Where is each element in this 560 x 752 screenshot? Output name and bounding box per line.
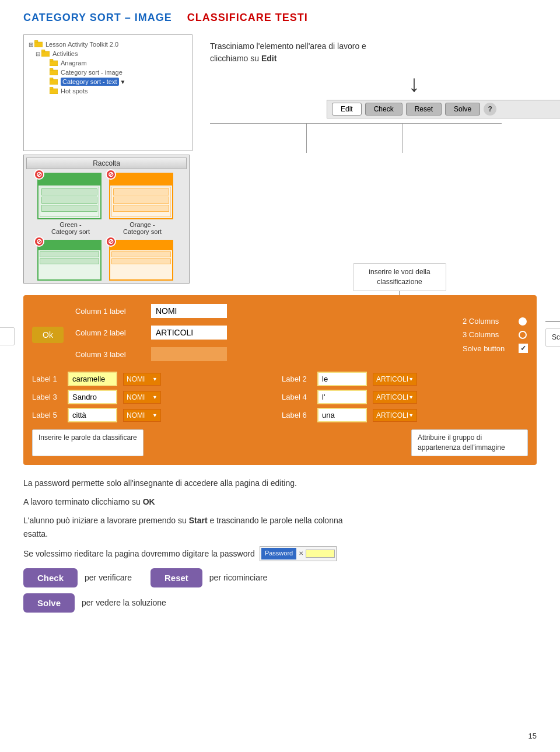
right-description: Trasciniamo l'elemento nell'area di lavo… xyxy=(210,34,560,284)
down-arrow-icon: ↓ xyxy=(408,71,420,97)
reset-button-toolbar[interactable]: Reset xyxy=(406,103,442,116)
label5-dropdown[interactable]: NOMI ▼ xyxy=(123,409,161,422)
green-thumb-header xyxy=(38,174,100,186)
orange-category-item[interactable]: ⊘ Orange -Category sort xyxy=(109,173,176,235)
left-panel: ⊞ Lesson Activity Toolkit 2.0 ⊟ Activiti… xyxy=(23,34,192,284)
orange-thumb: ⊘ xyxy=(109,173,173,219)
edit-button[interactable]: Edit xyxy=(332,103,362,116)
solve-button-bottom[interactable]: Solve xyxy=(23,593,75,613)
label3-dropdown[interactable]: NOMI ▼ xyxy=(123,391,161,404)
raccolta-panel: Raccolta ⊘ Green -Category sort xyxy=(23,155,190,284)
col1-row: Column 1 label xyxy=(75,304,451,318)
label3-row: Label 3 NOMI ▼ xyxy=(32,390,278,404)
svg-rect-6 xyxy=(50,70,58,75)
col3-row: Column 3 label xyxy=(75,347,451,361)
folder-icon-cat-image xyxy=(50,68,58,75)
scegliere-line xyxy=(545,321,560,321)
columns-radio: 2 Columns 3 Columns Solve button ✓ xyxy=(463,317,528,353)
green-thumb-small[interactable]: ⊘ xyxy=(37,240,104,281)
svg-rect-1 xyxy=(34,40,38,43)
password-field xyxy=(306,550,335,558)
label1-dropdown[interactable]: NOMI ▼ xyxy=(123,373,161,386)
dropdown-arrow-5: ▼ xyxy=(152,412,158,418)
help-button[interactable]: ? xyxy=(484,103,496,116)
label4-row: Label 4 ARTICOLI ▼ xyxy=(282,390,528,404)
panel-bottom-annotations: Inserire le parole da classificare Attri… xyxy=(32,429,528,456)
category-items: ⊘ Green -Category sort ⊘ xyxy=(26,173,187,235)
dropdown-arrow-4: ▼ xyxy=(408,394,414,400)
ok-button[interactable]: Ok xyxy=(32,327,64,343)
bottom-text-3: L'alunno può iniziare a lavorare premend… xyxy=(23,514,537,540)
dropdown-arrow-3: ▼ xyxy=(152,394,158,400)
folder-icon-cat-text xyxy=(50,78,58,85)
folder-icon xyxy=(34,40,43,47)
svg-rect-7 xyxy=(50,68,53,71)
label4-input[interactable] xyxy=(317,390,367,404)
arrow-container: ↓ xyxy=(210,71,560,97)
v-line-2 xyxy=(402,124,403,153)
green-category-item[interactable]: ⊘ Green -Category sort xyxy=(37,173,104,235)
check-button-bottom[interactable]: Check xyxy=(23,568,78,587)
col1-input[interactable] xyxy=(151,304,227,318)
label6-input[interactable] xyxy=(317,408,367,422)
solve-checkbox[interactable]: ✓ xyxy=(519,344,528,353)
svg-rect-0 xyxy=(34,42,43,47)
orange-small-remove[interactable]: ⊘ xyxy=(106,236,116,247)
label2-input[interactable] xyxy=(317,372,367,386)
svg-rect-11 xyxy=(50,87,53,89)
panel-top-row: Ok Column 1 label Column 2 label Column … xyxy=(32,304,528,366)
tree-cat-text[interactable]: Category sort - text ▼ xyxy=(29,77,187,86)
category-items-row2: ⊘ ⊘ xyxy=(26,240,187,281)
bottom-text-2: A lavoro terminato clicchiamo su OK xyxy=(23,495,537,508)
svg-rect-3 xyxy=(41,50,45,52)
check-button-toolbar[interactable]: Check xyxy=(365,103,402,116)
bottom-text-1: La password permette solo all'insegnante… xyxy=(23,477,537,489)
attribuire-box: Attribuire il gruppo di appartenenza del… xyxy=(411,429,528,456)
label4-dropdown[interactable]: ARTICOLI ▼ xyxy=(373,391,417,404)
dropdown-arrow-1: ▼ xyxy=(152,376,158,382)
label1-input[interactable] xyxy=(68,372,117,386)
label3-input[interactable] xyxy=(68,390,117,404)
orange-remove-icon[interactable]: ⊘ xyxy=(106,169,116,180)
svg-rect-4 xyxy=(50,61,58,66)
col3-radio-row[interactable]: 3 Columns xyxy=(463,330,528,339)
scegliere-box: Scegliere 2 o 3 colonne xyxy=(545,328,560,347)
orange-panel-wrapper: inserire le voci della classificazione i… xyxy=(23,295,537,465)
green-category-label: Green -Category sort xyxy=(37,221,104,235)
orange-thumb-small[interactable]: ⊘ xyxy=(109,240,176,281)
tree-root: ⊞ Lesson Activity Toolkit 2.0 xyxy=(29,40,187,49)
green-small-remove[interactable]: ⊘ xyxy=(34,236,44,247)
bottom-section: La password permette solo all'insegnante… xyxy=(23,477,537,613)
raccolta-header: Raccolta xyxy=(26,158,187,169)
solve-btn-row: Solve button ✓ xyxy=(463,344,528,353)
col2-radio[interactable] xyxy=(519,317,527,326)
label2-dropdown[interactable]: ARTICOLI ▼ xyxy=(373,373,417,386)
reset-button-bottom[interactable]: Reset xyxy=(150,568,202,587)
svg-rect-9 xyxy=(50,78,53,80)
insert-parole-box: Inserire le parole da classificare xyxy=(32,429,144,456)
column-labels: Column 1 label Column 2 label Column 3 l… xyxy=(75,304,451,366)
col3-radio[interactable] xyxy=(519,331,527,339)
orange-panel: inserire una password Scegliere 2 o 3 co… xyxy=(23,295,537,465)
annot-scegliere: Scegliere 2 o 3 colonne xyxy=(545,316,560,347)
v-lines-area xyxy=(210,124,502,153)
col3-input[interactable] xyxy=(151,347,227,361)
col2-radio-row[interactable]: 2 Columns xyxy=(463,317,528,326)
svg-rect-5 xyxy=(50,59,53,61)
orange-category-label: Orange -Category sort xyxy=(109,221,176,235)
col2-input[interactable] xyxy=(151,326,227,340)
solve-button-toolbar[interactable]: Solve xyxy=(445,103,480,116)
green-remove-icon[interactable]: ⊘ xyxy=(34,169,44,180)
labels-grid: Label 1 NOMI ▼ Label 2 ARTICOLI ▼ Label … xyxy=(32,372,528,422)
check-button-row: Check per verificare Reset per ricominci… xyxy=(23,568,537,587)
bottom-text-4: Se volessimo rieditare la pagina dovremm… xyxy=(23,546,537,561)
annot-password: inserire una password xyxy=(0,327,15,356)
password-image: Password ✕ xyxy=(260,546,337,561)
label5-input[interactable] xyxy=(68,408,117,422)
green-thumb: ⊘ xyxy=(37,173,102,219)
svg-rect-8 xyxy=(50,79,58,85)
folder-icon-activities xyxy=(41,50,50,57)
tree-cat-image: Category sort - image xyxy=(29,68,187,77)
password-box: inserire una password xyxy=(0,327,15,345)
label6-dropdown[interactable]: ARTICOLI ▼ xyxy=(373,409,417,422)
